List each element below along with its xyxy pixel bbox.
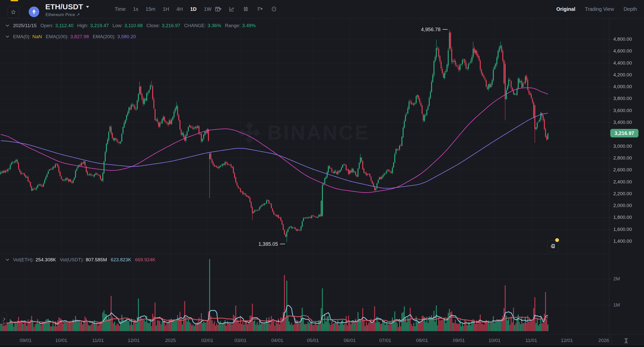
chevron-right-icon <box>3 317 6 321</box>
candlestick-chart-canvas[interactable] <box>0 0 644 347</box>
time-axis-label: 05/01 <box>307 338 319 343</box>
vol-ma-slow-value: 669.924K <box>135 257 155 263</box>
vertical-scale-icon <box>623 338 629 344</box>
low-label: Low: <box>112 23 123 28</box>
vol-ma-fast-value: 623.823K <box>111 257 131 263</box>
time-axis-label: 11/01 <box>526 338 537 343</box>
close-value: 3,216.97 <box>162 23 180 28</box>
annotation-dash <box>442 29 448 30</box>
high-value: 3,219.47 <box>90 23 109 28</box>
price-tick-label: 2,400.00 <box>613 179 632 185</box>
ema200-value: 3,580.20 <box>117 34 136 39</box>
open-label: Open: <box>41 23 54 28</box>
time-axis-label: 08/01 <box>416 338 428 343</box>
time-axis-label: 12/01 <box>128 338 140 343</box>
low-price-annotation: 1,385.05 <box>258 241 285 247</box>
vol-usdt-label: Vol(USDT): <box>60 257 84 263</box>
price-tick-label: 3,800.00 <box>613 96 632 101</box>
price-scale-mode-button[interactable] <box>622 336 630 345</box>
price-tick-label: 2,000.00 <box>613 203 632 208</box>
time-axis-label: 09/01 <box>453 338 465 343</box>
collapse-chevron-icon[interactable] <box>6 259 9 261</box>
volume-readout-row[interactable]: Vol(ETH):254.308K Vol(USDT):807.585M 623… <box>6 257 155 263</box>
volume-tick-label: 2M <box>613 276 620 282</box>
range-value: 3.49% <box>242 23 256 28</box>
price-tick-label: 3,000.00 <box>613 143 632 149</box>
news-document-icon <box>550 243 556 249</box>
vol-eth-label: Vol(ETH): <box>13 257 34 263</box>
time-axis-label: 11/01 <box>92 338 104 343</box>
price-tick-label: 1,600.00 <box>613 227 632 232</box>
high-annotation-value: 4,956.78 <box>421 27 441 32</box>
ema0-value: NaN <box>32 34 42 39</box>
change-value: 3.36% <box>208 23 221 28</box>
panel-expand-button[interactable] <box>2 312 7 326</box>
last-price-tag: 3,216.97 <box>610 129 638 137</box>
time-axis-label: 10/01 <box>489 338 501 343</box>
low-value: 3,110.68 <box>124 23 143 28</box>
time-axis-label: 2025 <box>165 338 176 343</box>
time-axis-label: 02/01 <box>201 338 213 343</box>
high-price-annotation: 4,956.78 <box>421 27 448 32</box>
time-axis-label: 2026 <box>598 338 609 343</box>
price-tick-label: 4,400.00 <box>613 60 632 66</box>
high-label: High: <box>77 23 88 28</box>
price-tick-label: 4,600.00 <box>613 48 632 54</box>
price-tick-label: 2,600.00 <box>613 167 632 173</box>
range-label: Range: <box>225 23 240 28</box>
ema200-label: EMA(200): <box>93 34 115 39</box>
volume-tick-label: 1M <box>613 302 620 308</box>
time-axis-label: 09/01 <box>20 338 32 343</box>
price-tick-label: 4,200.00 <box>613 72 632 78</box>
ema100-value: 3,827.98 <box>70 34 89 39</box>
ema100-label: EMA(100): <box>46 34 69 39</box>
bottom-edge-strip <box>0 345 644 347</box>
low-annotation-value: 1,385.05 <box>258 241 278 247</box>
collapse-chevron-icon[interactable] <box>6 35 9 38</box>
time-axis-label: 10/01 <box>55 338 67 343</box>
close-label: Close: <box>146 23 160 28</box>
price-tick-label: 3,400.00 <box>613 120 632 125</box>
ohlc-readout-row[interactable]: 2025/11/15 Open:3,112.40 High:3,219.47 L… <box>6 23 256 28</box>
time-axis-label: 07/01 <box>379 338 391 343</box>
annotation-dash <box>280 244 285 244</box>
price-tick-label: 1,800.00 <box>613 215 632 220</box>
vol-eth-value: 254.308K <box>35 257 56 263</box>
collapse-chevron-icon[interactable] <box>6 24 9 27</box>
price-tick-label: 3,600.00 <box>613 108 632 113</box>
price-tick-label: 2,200.00 <box>613 191 632 196</box>
price-tick-label: 1,400.00 <box>613 238 632 244</box>
price-tick-label: 2,800.00 <box>613 155 632 161</box>
notification-dot <box>555 238 559 242</box>
ohlc-date: 2025/11/15 <box>13 23 37 28</box>
vol-usdt-value: 807.585M <box>86 257 107 263</box>
ema0-label: EMA(0): <box>13 34 31 39</box>
price-tick-label: 4,000.00 <box>613 84 632 89</box>
open-value: 3,112.40 <box>55 23 73 28</box>
price-tick-label: 4,800.00 <box>613 36 632 42</box>
chart-page: BINANCE ETH/USDT Ethereum Price ↗ Time1s… <box>0 0 644 347</box>
time-axis-label: 04/01 <box>271 338 284 343</box>
time-axis-label: 12/01 <box>561 338 573 343</box>
change-label: CHANGE: <box>184 23 206 28</box>
time-axis-label: 06/01 <box>344 338 356 343</box>
time-axis-label: 03/01 <box>234 338 247 343</box>
ema-readout-row[interactable]: EMA(0):NaN EMA(100):3,827.98 EMA(200):3,… <box>6 34 136 39</box>
